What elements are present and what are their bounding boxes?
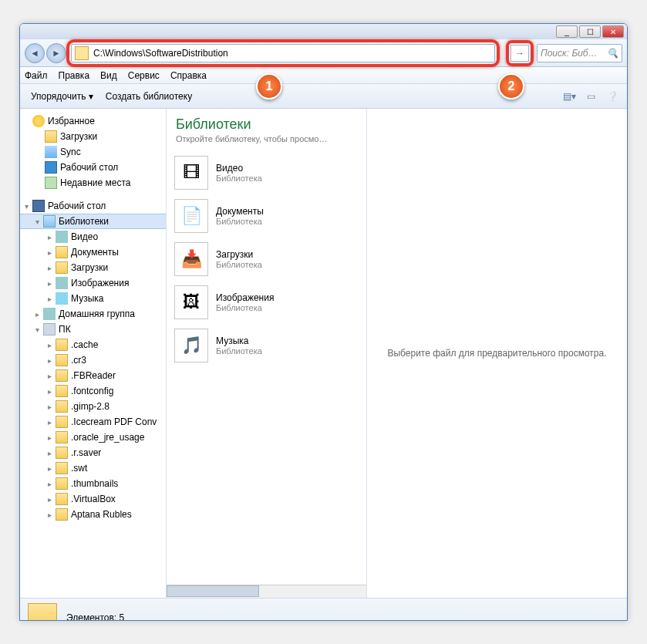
menu-view[interactable]: Вид bbox=[100, 70, 117, 81]
tree-twisty: ▸ bbox=[48, 449, 56, 457]
sidebar-label: .oracle_jre_usage bbox=[71, 432, 144, 443]
library-icon: 🖼 bbox=[174, 285, 208, 319]
tree-twisty: ▾ bbox=[35, 217, 43, 226]
search-box[interactable]: Поиск: Биб… 🔍 bbox=[537, 44, 622, 62]
menu-file[interactable]: Файл bbox=[25, 70, 48, 81]
note-icon bbox=[56, 292, 68, 305]
sidebar-pc-3[interactable]: ▸.fontconfig bbox=[20, 383, 166, 399]
clock-icon bbox=[45, 177, 57, 189]
sidebar-lib-0[interactable]: ▸Видео bbox=[20, 229, 166, 244]
sidebar-label: Библиотеки bbox=[59, 216, 109, 227]
callout-1: 1 bbox=[256, 73, 282, 99]
new-library-button[interactable]: Создать библиотеку bbox=[99, 89, 198, 104]
library-item-2[interactable]: 📥ЗагрузкиБиблиотека bbox=[171, 238, 362, 281]
library-name: Документы bbox=[216, 206, 264, 217]
scrollbar-thumb[interactable] bbox=[167, 585, 259, 597]
tree-twisty: ▸ bbox=[48, 418, 56, 427]
sidebar-pc-header[interactable]: ▾ПК bbox=[20, 322, 166, 337]
status-label: Элементов: bbox=[66, 612, 116, 622]
library-item-0[interactable]: 🎞ВидеоБиблиотека bbox=[171, 151, 362, 194]
help-button[interactable]: ❔ bbox=[602, 88, 622, 105]
library-name: Изображения bbox=[216, 292, 274, 303]
library-item-3[interactable]: 🖼ИзображенияБиблиотека bbox=[171, 281, 362, 324]
sidebar-fav-0[interactable]: Загрузки bbox=[20, 129, 166, 144]
sidebar-fav-3[interactable]: Недавние места bbox=[20, 175, 166, 191]
sidebar-label: .cache bbox=[71, 339, 98, 350]
sidebar-pc-5[interactable]: ▸.Icecream PDF Conv bbox=[20, 414, 166, 430]
sidebar-pc-0[interactable]: ▸.cache bbox=[20, 337, 166, 352]
sidebar-label: ПК bbox=[59, 324, 71, 335]
sidebar-libraries-header[interactable]: ▾Библиотеки bbox=[20, 214, 166, 229]
menu-help[interactable]: Справка bbox=[170, 70, 207, 81]
preview-pane: Выберите файл для предварительного просм… bbox=[367, 109, 627, 598]
tree-twisty: ▸ bbox=[48, 248, 56, 257]
sidebar-pc-6[interactable]: ▸.oracle_jre_usage bbox=[20, 430, 166, 445]
library-type: Библиотека bbox=[216, 260, 262, 269]
back-button[interactable]: ◄ bbox=[25, 43, 45, 63]
sidebar-lib-1[interactable]: ▸Документы bbox=[20, 244, 166, 260]
sidebar-label: Загрузки bbox=[60, 131, 97, 142]
explorer-window: _ ☐ ✕ ◄ ► → Поиск: Биб… 🔍 Файл Правка Ви… bbox=[19, 23, 628, 621]
horizontal-scrollbar[interactable] bbox=[167, 585, 366, 598]
preview-pane-button[interactable]: ▭ bbox=[581, 88, 601, 105]
folder-icon bbox=[56, 447, 68, 459]
minimize-button[interactable]: _ bbox=[556, 25, 578, 38]
toolbar: Упорядочить ▾ Создать библиотеку ▤▾ ▭ ❔ bbox=[20, 84, 627, 109]
close-button[interactable]: ✕ bbox=[602, 25, 624, 38]
forward-button[interactable]: ► bbox=[46, 43, 66, 63]
tree-twisty: ▸ bbox=[48, 433, 56, 442]
library-item-4[interactable]: 🎵МузыкаБиблиотека bbox=[171, 324, 362, 367]
folder-icon bbox=[75, 46, 89, 60]
go-button[interactable]: → bbox=[511, 45, 529, 62]
sidebar-pc-7[interactable]: ▸.r.saver bbox=[20, 445, 166, 460]
sidebar-pc-10[interactable]: ▸.VirtualBox bbox=[20, 491, 166, 507]
sidebar-fav-2[interactable]: Рабочий стол bbox=[20, 160, 166, 175]
sidebar-homegroup[interactable]: ▸Домашняя группа bbox=[20, 306, 166, 322]
sidebar-label: .r.saver bbox=[71, 447, 101, 458]
library-type: Библиотека bbox=[216, 174, 262, 183]
address-input[interactable] bbox=[92, 48, 494, 59]
menu-tools[interactable]: Сервис bbox=[128, 70, 160, 81]
sidebar-fav-1[interactable]: Sync bbox=[20, 144, 166, 160]
sidebar-lib-4[interactable]: ▸Музыка bbox=[20, 291, 166, 306]
sidebar-label: .cr3 bbox=[71, 355, 86, 366]
address-bar[interactable] bbox=[71, 44, 495, 62]
tree-twisty: ▸ bbox=[48, 387, 56, 396]
search-placeholder: Поиск: Биб… bbox=[541, 48, 598, 59]
sync-icon bbox=[45, 146, 57, 158]
library-type: Библиотека bbox=[216, 217, 264, 226]
maximize-button[interactable]: ☐ bbox=[579, 25, 601, 38]
sidebar-pc-8[interactable]: ▸.swt bbox=[20, 460, 166, 476]
sidebar-pc-2[interactable]: ▸.FBReader bbox=[20, 368, 166, 383]
sidebar-pc-4[interactable]: ▸.gimp-2.8 bbox=[20, 399, 166, 414]
library-item-1[interactable]: 📄ДокументыБиблиотека bbox=[171, 194, 362, 238]
sidebar-pc-9[interactable]: ▸.thumbnails bbox=[20, 476, 166, 491]
body: ИзбранноеЗагрузкиSyncРабочий столНедавни… bbox=[20, 109, 627, 598]
tree-twisty: ▸ bbox=[48, 511, 56, 519]
sidebar-favorites-header[interactable]: Избранное bbox=[20, 113, 166, 129]
folder-view-subtitle: Откройте библиотеку, чтобы просмо… bbox=[176, 134, 362, 143]
organize-button[interactable]: Упорядочить ▾ bbox=[25, 89, 99, 104]
sidebar-label: .thumbnails bbox=[71, 478, 118, 489]
tree-twisty: ▸ bbox=[48, 341, 56, 349]
folder-icon bbox=[45, 130, 57, 143]
view-options-button[interactable]: ▤▾ bbox=[559, 88, 579, 105]
sidebar-lib-2[interactable]: ▸Загрузки bbox=[20, 260, 166, 275]
address-bar-wrap bbox=[71, 44, 495, 62]
folder-icon bbox=[56, 369, 68, 382]
sidebar-label: Aptana Rubles bbox=[71, 509, 132, 520]
sidebar-label: .gimp-2.8 bbox=[71, 401, 110, 412]
sidebar-lib-3[interactable]: ▸Изображения bbox=[20, 275, 166, 291]
media-icon bbox=[43, 308, 56, 320]
sidebar-desktop-header[interactable]: ▾Рабочий стол bbox=[20, 198, 166, 214]
folder-icon bbox=[56, 416, 68, 428]
menu-edit[interactable]: Правка bbox=[59, 70, 90, 81]
library-icon bbox=[28, 603, 57, 622]
library-type: Библиотека bbox=[216, 303, 274, 312]
media-icon bbox=[56, 231, 68, 243]
sidebar-pc-1[interactable]: ▸.cr3 bbox=[20, 352, 166, 368]
tree-twisty: ▸ bbox=[48, 279, 56, 288]
folder-icon bbox=[56, 462, 68, 474]
sidebar-label: Музыка bbox=[71, 293, 103, 304]
sidebar-pc-11[interactable]: ▸Aptana Rubles bbox=[20, 507, 166, 522]
